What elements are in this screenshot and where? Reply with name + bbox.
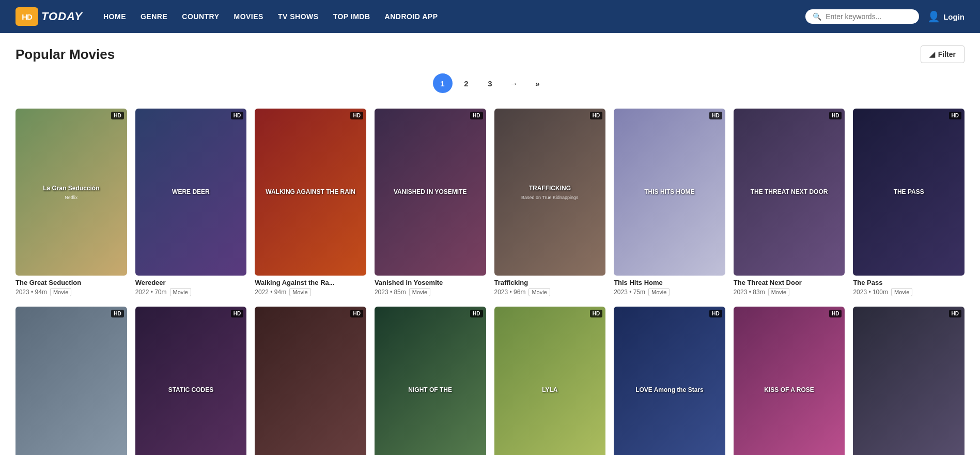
movie-name: The Great Seduction: [15, 279, 127, 286]
movie-name: Walking Against the Ra...: [255, 279, 366, 286]
filter-icon: ◢: [929, 50, 935, 58]
login-label: Login: [943, 12, 965, 21]
movie-card-r2-7[interactable]: HD 2023 Movie: [853, 307, 965, 455]
movie-card-r2-2[interactable]: HD 2023 Movie: [255, 307, 366, 455]
movies-grid-row1: HD La Gran Seducción Netflix The Great S…: [15, 109, 965, 296]
movie-info: Walking Against the Ra... 2022 • 94m Mov…: [255, 279, 366, 296]
movie-card-r1-5[interactable]: HD THIS HITS HOME This Hits Home 2023 • …: [614, 109, 725, 296]
movie-name: The Threat Next Door: [734, 279, 845, 286]
movie-card-r1-0[interactable]: HD La Gran Seducción Netflix The Great S…: [15, 109, 127, 296]
movie-meta: 2023 • 96m Movie: [494, 288, 606, 296]
nav-android-app[interactable]: ANDROID APP: [385, 12, 438, 21]
hd-badge: HD: [590, 112, 602, 119]
movie-card-r2-6[interactable]: HD KISS OF A ROSE Kiss of a Rose 2023 Mo…: [734, 307, 845, 455]
poster-overlay: [15, 307, 127, 455]
page-title: Popular Movies: [15, 47, 115, 63]
page-btn-next[interactable]: →: [504, 73, 524, 93]
movies-grid-row2: HD Movie HD STATIC CODES Static Codes 2: [15, 307, 965, 455]
search-icon: 🔍: [813, 12, 821, 21]
poster-title-overlay: WERE DEER: [172, 188, 210, 196]
page-btn-3[interactable]: 3: [480, 73, 500, 93]
poster-title-overlay: STATIC CODES: [168, 386, 214, 395]
movie-card-r2-1[interactable]: HD STATIC CODES Static Codes 2023 Movie: [135, 307, 247, 455]
nav-links: HOME GENRE COUNTRY MOVIES TV SHOWS TOP I…: [103, 12, 790, 21]
filter-button[interactable]: ◢ Filter: [921, 46, 965, 63]
movie-card-r2-4[interactable]: HD LYLA Lyla 2023 Movie: [494, 307, 606, 455]
nav-top-imdb[interactable]: TOP IMDB: [333, 12, 370, 21]
movie-card-r1-4[interactable]: HD TRAFFICKING Based on True Kidnappings…: [494, 109, 606, 296]
poster-title-overlay: La Gran Seducción: [43, 185, 99, 193]
movie-poster: HD TRAFFICKING Based on True Kidnappings: [494, 109, 606, 276]
poster-overlay: VANISHED IN YOSEMITE: [375, 109, 486, 276]
poster-overlay: [853, 307, 965, 455]
poster-overlay: LOVE Among the Stars: [614, 307, 725, 455]
hd-badge: HD: [709, 310, 722, 317]
movie-meta: 2023 • 100m Movie: [853, 288, 965, 296]
movie-poster: HD LYLA: [494, 307, 606, 455]
poster-overlay: LYLA: [494, 307, 606, 455]
nav-movies[interactable]: MOVIES: [234, 12, 263, 21]
hd-badge: HD: [231, 112, 243, 119]
movie-info: Vanished in Yosemite 2023 • 85m Movie: [375, 279, 486, 296]
movie-poster: HD KISS OF A ROSE: [734, 307, 845, 455]
poster-overlay: [255, 307, 366, 455]
page-btn-1[interactable]: 1: [433, 73, 453, 93]
nav-genre[interactable]: GENRE: [141, 12, 167, 21]
movie-card-r2-5[interactable]: HD LOVE Among the Stars Love Among the S…: [614, 307, 725, 455]
movie-card-r1-6[interactable]: HD THE THREAT NEXT DOOR The Threat Next …: [734, 109, 845, 296]
movie-poster: HD THIS HITS HOME: [614, 109, 725, 276]
movie-poster: HD: [853, 307, 965, 455]
movie-poster: HD THE PASS: [853, 109, 965, 276]
movie-card-r2-3[interactable]: HD NIGHT OF THE Night of the... 2023 Mov…: [375, 307, 486, 455]
hd-badge: HD: [829, 310, 842, 317]
hd-badge: HD: [470, 310, 483, 317]
movie-info: This Hits Home 2023 • 75m Movie: [614, 279, 725, 296]
movie-info: The Great Seduction 2023 • 94m Movie: [15, 279, 127, 296]
movie-type-badge: Movie: [170, 288, 191, 296]
search-box[interactable]: 🔍: [805, 9, 919, 24]
movie-poster: HD La Gran Seducción Netflix: [15, 109, 127, 276]
nav-right: 🔍 👤 Login: [805, 9, 965, 24]
movie-card-r1-1[interactable]: HD WERE DEER Weredeer 2022 • 70m Movie: [135, 109, 247, 296]
movie-info: The Pass 2023 • 100m Movie: [853, 279, 965, 296]
nav-tv-shows[interactable]: TV SHOWS: [278, 12, 319, 21]
poster-subtitle: Based on True Kidnappings: [521, 195, 579, 200]
hd-badge: HD: [350, 310, 363, 317]
movie-type-badge: Movie: [891, 288, 912, 296]
movie-poster: HD: [15, 307, 127, 455]
movie-info: Trafficking 2023 • 96m Movie: [494, 279, 606, 296]
page-header: Popular Movies ◢ Filter: [15, 46, 965, 63]
movie-card-r1-2[interactable]: HD WALKING AGAINST THE RAIN Walking Agai…: [255, 109, 366, 296]
page-btn-last[interactable]: »: [528, 73, 548, 93]
movie-meta: 2023 • 75m Movie: [614, 288, 725, 296]
poster-title-overlay: WALKING AGAINST THE RAIN: [266, 188, 355, 196]
hd-badge: HD: [350, 112, 363, 119]
login-button[interactable]: 👤 Login: [927, 10, 965, 23]
hd-badge: HD: [949, 310, 961, 317]
hd-badge: HD: [231, 310, 243, 317]
movie-name: This Hits Home: [614, 279, 725, 286]
nav-country[interactable]: COUNTRY: [182, 12, 219, 21]
hd-badge: HD: [111, 112, 123, 119]
movie-card-r2-0[interactable]: HD Movie: [15, 307, 127, 455]
movie-type-badge: Movie: [289, 288, 310, 296]
filter-label: Filter: [938, 50, 956, 58]
poster-overlay: NIGHT OF THE: [375, 307, 486, 455]
page-btn-2[interactable]: 2: [457, 73, 476, 93]
movie-poster: HD NIGHT OF THE: [375, 307, 486, 455]
search-input[interactable]: [826, 12, 913, 21]
nav-home[interactable]: HOME: [103, 12, 126, 21]
movie-card-r1-3[interactable]: HD VANISHED IN YOSEMITE Vanished in Yose…: [375, 109, 486, 296]
poster-title-overlay: THE THREAT NEXT DOOR: [751, 188, 828, 196]
logo[interactable]: HD TODAY: [15, 7, 83, 26]
movie-type-badge: Movie: [648, 288, 670, 296]
movie-meta: 2023 • 94m Movie: [15, 288, 127, 296]
movie-poster: HD STATIC CODES: [135, 307, 247, 455]
movie-card-r1-7[interactable]: HD THE PASS The Pass 2023 • 100m Movie: [853, 109, 965, 296]
hd-badge: HD: [949, 112, 961, 119]
poster-overlay: KISS OF A ROSE: [734, 307, 845, 455]
movie-poster: HD VANISHED IN YOSEMITE: [375, 109, 486, 276]
movie-type-badge: Movie: [50, 288, 71, 296]
poster-overlay: WERE DEER: [135, 109, 247, 276]
logo-hd: HD: [15, 7, 38, 26]
